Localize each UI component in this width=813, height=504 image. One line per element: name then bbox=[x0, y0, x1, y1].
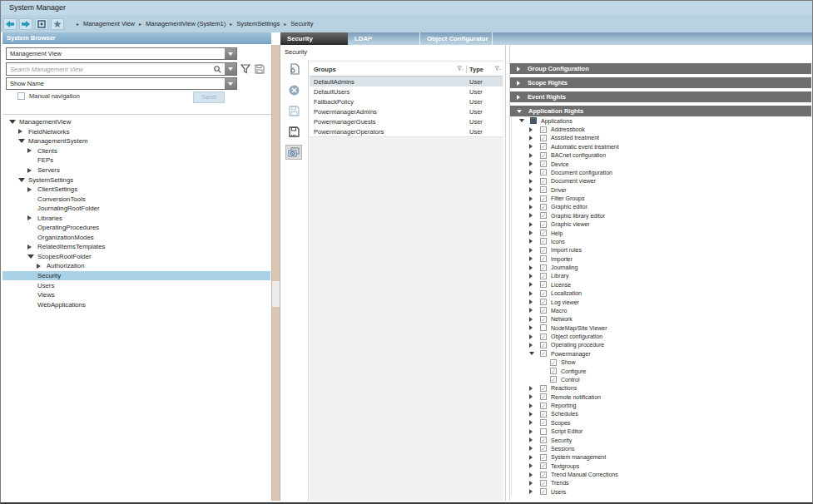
manage-settings-button[interactable] bbox=[285, 145, 302, 160]
expand-arrow-icon[interactable] bbox=[529, 403, 540, 408]
checked-checkbox[interactable]: ✓ bbox=[540, 403, 547, 409]
app-right-document-configuration[interactable]: ✓Document configuration bbox=[513, 168, 806, 176]
type-filter-icon[interactable] bbox=[494, 66, 501, 72]
app-right-driver[interactable]: ✓Driver bbox=[513, 185, 806, 194]
expand-arrow-icon[interactable] bbox=[529, 239, 540, 244]
group-row-powermanageradmins[interactable]: PowermanagerAdminsUser bbox=[310, 106, 503, 116]
back-button[interactable] bbox=[3, 18, 17, 30]
tree-item-relateditemstemplates[interactable]: RelatedItemsTemplates bbox=[2, 242, 270, 252]
expand-arrow-icon[interactable] bbox=[529, 170, 540, 175]
app-right-scopes[interactable]: ✓Scopes bbox=[513, 418, 806, 427]
app-right-script-editor[interactable]: Script Editor bbox=[513, 427, 806, 436]
checked-checkbox[interactable]: ✓ bbox=[540, 437, 547, 443]
checked-checkbox[interactable]: ✓ bbox=[540, 264, 547, 271]
expand-arrow-icon[interactable] bbox=[27, 187, 37, 192]
checked-checkbox[interactable]: ✓ bbox=[540, 385, 547, 392]
app-right-configure[interactable]: ✓Configure bbox=[513, 367, 806, 375]
splitter-grip[interactable] bbox=[272, 281, 280, 307]
collapse-arrow-icon[interactable] bbox=[9, 120, 19, 124]
expand-arrow-icon[interactable] bbox=[529, 248, 540, 253]
checked-checkbox[interactable]: ✓ bbox=[540, 488, 547, 495]
tree-item-clients[interactable]: Clients bbox=[2, 146, 270, 156]
expand-arrow-icon[interactable] bbox=[27, 215, 37, 220]
checked-checkbox[interactable]: ✓ bbox=[550, 359, 557, 366]
expand-arrow-icon[interactable] bbox=[529, 230, 540, 235]
expand-arrow-icon[interactable] bbox=[529, 179, 540, 184]
section-header-event-rights[interactable]: Event Rights bbox=[510, 91, 811, 102]
checked-checkbox[interactable]: ✓ bbox=[540, 238, 547, 245]
section-header-scope-rights[interactable]: Scope Rights bbox=[510, 77, 811, 88]
expand-arrow-icon[interactable] bbox=[529, 317, 540, 322]
app-right-journaling[interactable]: ✓Journaling bbox=[513, 263, 806, 271]
expand-arrow-icon[interactable] bbox=[517, 95, 520, 100]
expand-arrow-icon[interactable] bbox=[529, 256, 540, 261]
tree-item-fieldnetworks[interactable]: FieldNetworks bbox=[2, 127, 270, 137]
checked-checkbox[interactable]: ✓ bbox=[540, 273, 547, 279]
checked-checkbox[interactable]: ✓ bbox=[540, 281, 547, 288]
display-mode-dropdown[interactable]: Show Name bbox=[6, 77, 237, 90]
app-right-graphic-viewer[interactable]: ✓Graphic viewer bbox=[513, 220, 806, 229]
checked-checkbox[interactable]: ✓ bbox=[540, 152, 547, 159]
app-right-trends[interactable]: ✓Trends bbox=[513, 479, 806, 487]
expand-arrow-icon[interactable] bbox=[27, 168, 37, 173]
expand-arrow-icon[interactable] bbox=[529, 472, 540, 477]
app-right-textgroups[interactable]: ✓Textgroups bbox=[513, 462, 806, 470]
checked-checkbox[interactable]: ✓ bbox=[540, 247, 547, 254]
expand-arrow-icon[interactable] bbox=[529, 386, 540, 391]
collapse-arrow-icon[interactable] bbox=[18, 139, 28, 143]
expand-arrow-icon[interactable] bbox=[529, 334, 540, 339]
checked-checkbox[interactable]: ✓ bbox=[540, 135, 547, 141]
checked-checkbox[interactable]: ✓ bbox=[540, 255, 547, 262]
expand-arrow-icon[interactable] bbox=[529, 437, 540, 442]
tree-item-webapplications[interactable]: WebApplications bbox=[2, 299, 270, 309]
chevron-down-icon[interactable] bbox=[225, 48, 236, 59]
checked-checkbox[interactable]: ✓ bbox=[540, 204, 547, 210]
collapse-arrow-icon[interactable] bbox=[18, 178, 28, 182]
unchecked-checkbox[interactable] bbox=[540, 428, 547, 435]
tree-item-libraries[interactable]: Libraries bbox=[2, 213, 270, 223]
chevron-down-icon[interactable] bbox=[225, 78, 236, 89]
groups-filter-icon[interactable] bbox=[457, 66, 464, 72]
tree-item-managementview[interactable]: ManagementView bbox=[2, 117, 270, 127]
collapse-arrow-icon[interactable] bbox=[529, 352, 540, 355]
expand-arrow-icon[interactable] bbox=[529, 187, 540, 192]
tree-item-conversiontools[interactable]: ConversionTools bbox=[2, 194, 270, 204]
tree-item-scopesrootfolder[interactable]: ScopesRootFolder bbox=[2, 252, 270, 262]
checked-checkbox[interactable]: ✓ bbox=[540, 195, 547, 202]
tree-item-managementsystem[interactable]: ManagementSystem bbox=[2, 136, 270, 146]
expand-arrow-icon[interactable] bbox=[529, 196, 540, 201]
breadcrumb-item[interactable]: ManagementView (System1) bbox=[146, 20, 226, 27]
expand-arrow-icon[interactable] bbox=[529, 127, 540, 132]
checked-checkbox[interactable]: ✓ bbox=[540, 316, 547, 323]
app-right-library[interactable]: ✓Library bbox=[513, 272, 806, 280]
app-right-operating-procedure[interactable]: ✓Operating procedure bbox=[513, 341, 806, 349]
group-row-powermanageroperators[interactable]: PowermanagerOperatorsUser bbox=[310, 126, 503, 136]
search-input[interactable] bbox=[7, 63, 211, 75]
tree-item-views[interactable]: Views bbox=[2, 290, 270, 300]
panel-splitter[interactable] bbox=[271, 45, 280, 501]
checked-checkbox[interactable]: ✓ bbox=[540, 393, 547, 400]
tree-item-journalingrootfolder[interactable]: JournalingRootFolder bbox=[2, 204, 270, 214]
unchecked-checkbox[interactable] bbox=[540, 324, 547, 331]
checked-checkbox[interactable]: ✓ bbox=[540, 472, 547, 478]
app-right-importer[interactable]: ✓Importer bbox=[513, 254, 806, 263]
tree-item-servers[interactable]: Servers bbox=[2, 166, 270, 175]
save-all-button[interactable] bbox=[285, 124, 302, 139]
forward-button[interactable] bbox=[19, 18, 32, 30]
manual-navigation-checkbox[interactable] bbox=[17, 92, 25, 100]
search-dropdown-icon[interactable] bbox=[225, 63, 236, 75]
section-header-application-rights[interactable]: Application Rights bbox=[510, 106, 811, 116]
expand-arrow-icon[interactable] bbox=[529, 213, 540, 218]
collapse-arrow-icon[interactable] bbox=[517, 110, 522, 113]
expand-arrow-icon[interactable] bbox=[517, 67, 520, 72]
checked-checkbox[interactable]: ✓ bbox=[540, 186, 547, 193]
app-right-trend-manual-corrections[interactable]: ✓Trend Manual Corrections bbox=[513, 470, 806, 478]
breadcrumb-item[interactable]: Management View bbox=[83, 20, 135, 27]
tree-item-security[interactable]: Security bbox=[2, 271, 270, 281]
app-right-powermanager[interactable]: ✓Powermanager bbox=[513, 349, 806, 358]
save-button[interactable] bbox=[285, 103, 302, 118]
app-right-document-viewer[interactable]: ✓Document viewer bbox=[513, 177, 806, 185]
checked-checkbox[interactable]: ✓ bbox=[550, 368, 557, 374]
checked-checkbox[interactable]: ✓ bbox=[540, 143, 547, 150]
app-right-addressbook[interactable]: ✓Addressbook bbox=[513, 125, 806, 133]
